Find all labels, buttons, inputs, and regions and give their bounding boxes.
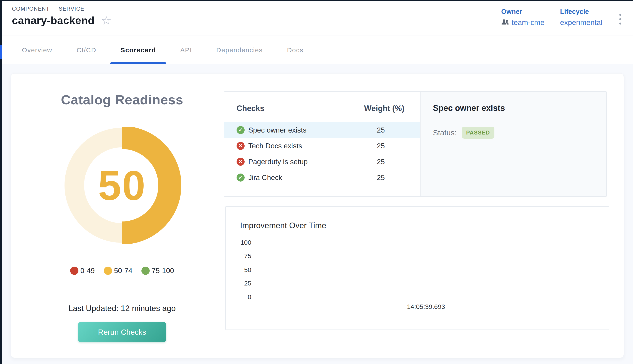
score-legend: 0-49 50-74 75-100 bbox=[11, 266, 233, 275]
check-passed-icon: ✓ bbox=[237, 126, 245, 134]
legend-item-green: 75-100 bbox=[141, 266, 174, 275]
check-failed-icon: ✕ bbox=[237, 142, 245, 150]
y-axis-tick: 25 bbox=[226, 280, 251, 287]
check-failed-icon: ✕ bbox=[237, 158, 245, 166]
sidebar-active-indicator bbox=[0, 45, 2, 59]
legend-dot-green bbox=[141, 266, 150, 275]
active-tab-underline bbox=[110, 62, 166, 64]
lifecycle-block: Lifecycle experimental bbox=[560, 8, 602, 27]
table-row[interactable]: ✓ Spec owner exists 25 bbox=[225, 122, 420, 138]
table-row[interactable]: ✓ Jira Check 25 bbox=[225, 170, 420, 186]
y-axis-tick: 50 bbox=[226, 266, 251, 274]
status-badge: PASSED bbox=[462, 127, 494, 138]
rerun-checks-button[interactable]: Rerun Checks bbox=[78, 322, 166, 342]
entity-header: COMPONENT — SERVICE canary-backend ☆ Own… bbox=[2, 1, 633, 36]
team-icon bbox=[501, 18, 509, 27]
window-top-bar bbox=[0, 0, 633, 1]
chart-title: Improvement Over Time bbox=[240, 221, 326, 230]
catalog-readiness-section: Catalog Readiness 50 0-49 50-74 bbox=[11, 74, 233, 358]
checks-rows: ✓ Spec owner exists 25 ✕ Tech Docs exist… bbox=[225, 122, 420, 186]
collapsed-sidebar bbox=[0, 0, 2, 364]
y-axis-tick: 75 bbox=[226, 252, 251, 260]
tab-cicd[interactable]: CI/CD bbox=[64, 36, 108, 64]
title-row: canary-backend ☆ bbox=[12, 14, 112, 26]
status-label: Status: bbox=[433, 128, 457, 137]
score-value: 50 bbox=[63, 127, 181, 244]
tab-api[interactable]: API bbox=[168, 36, 204, 64]
checks-card: Checks Weight (%) ✓ Spec owner exists 25… bbox=[224, 91, 607, 197]
check-passed-icon: ✓ bbox=[237, 174, 245, 182]
tabs: Overview CI/CD Scorecard API Dependencie… bbox=[10, 36, 316, 64]
last-updated-text: Last Updated: 12 minutes ago bbox=[11, 304, 233, 313]
table-row[interactable]: ✕ Pagerduty is setup 25 bbox=[225, 154, 420, 170]
owner-block: Owner team-cme bbox=[501, 8, 544, 27]
favorite-star-icon[interactable]: ☆ bbox=[101, 14, 111, 26]
scorecard-content-card: Catalog Readiness 50 0-49 50-74 bbox=[11, 73, 624, 358]
y-axis-tick: 0 bbox=[226, 293, 251, 301]
improvement-chart-card: Improvement Over Time 100 75 50 25 0 14:… bbox=[225, 206, 609, 330]
tab-scorecard[interactable]: Scorecard bbox=[108, 36, 168, 64]
tab-overview[interactable]: Overview bbox=[10, 36, 64, 64]
tab-dependencies[interactable]: Dependencies bbox=[204, 36, 275, 64]
checks-column-header: Checks bbox=[237, 104, 264, 113]
owner-label: Owner bbox=[501, 8, 544, 16]
legend-item-red: 0-49 bbox=[70, 266, 95, 275]
table-row[interactable]: ✕ Tech Docs exists 25 bbox=[225, 138, 420, 154]
x-axis-tick: 14:05:39.693 bbox=[407, 303, 445, 310]
weight-column-header: Weight (%) bbox=[356, 104, 412, 113]
legend-dot-red bbox=[70, 266, 78, 275]
check-detail-title: Spec owner exists bbox=[433, 104, 598, 113]
owner-value-link[interactable]: team-cme bbox=[512, 18, 544, 27]
y-axis-tick: 100 bbox=[226, 239, 251, 246]
score-gauge: 50 bbox=[63, 127, 181, 244]
tabs-bar: Overview CI/CD Scorecard API Dependencie… bbox=[2, 36, 633, 64]
more-options-kebab-icon[interactable] bbox=[618, 12, 622, 26]
legend-item-amber: 50-74 bbox=[104, 266, 132, 275]
check-detail-panel: Spec owner exists Status: PASSED bbox=[420, 92, 606, 196]
checks-table: Checks Weight (%) ✓ Spec owner exists 25… bbox=[225, 92, 420, 196]
lifecycle-value: experimental bbox=[560, 18, 602, 27]
catalog-readiness-title: Catalog Readiness bbox=[11, 92, 233, 108]
legend-dot-amber bbox=[104, 266, 112, 275]
app-window: COMPONENT — SERVICE canary-backend ☆ Own… bbox=[0, 0, 633, 364]
breadcrumb: COMPONENT — SERVICE bbox=[12, 6, 84, 12]
tab-docs[interactable]: Docs bbox=[275, 36, 316, 64]
lifecycle-label: Lifecycle bbox=[560, 8, 602, 16]
page-title: canary-backend bbox=[12, 14, 95, 26]
entity-meta: Owner team-cme Lifecycle experimental bbox=[501, 8, 622, 27]
